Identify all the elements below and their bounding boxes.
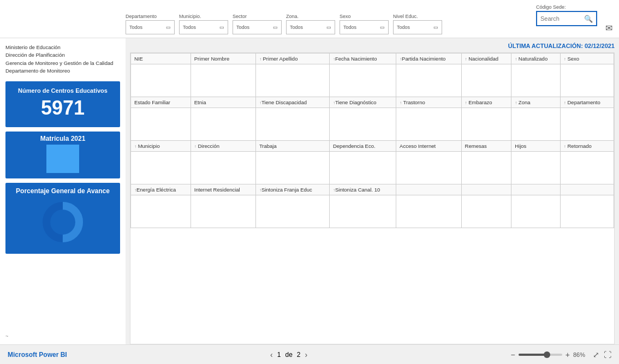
zoom-slider-track[interactable] (519, 354, 562, 356)
next-page-button[interactable]: › (305, 350, 308, 359)
col-retornado[interactable]: ↑ Retornado (560, 141, 614, 152)
sector-select[interactable]: Todos ▭ (233, 20, 282, 34)
col-trastorno[interactable]: ↑ Trastorno (396, 97, 462, 108)
sidebar: Ministerio de Educación Dirección de Pla… (0, 38, 126, 344)
cell-municipio (131, 152, 191, 184)
page-current: 1 (277, 351, 281, 359)
matricula-bar (46, 145, 79, 173)
col-naturalizado[interactable]: ↑ Naturalizado (511, 53, 561, 64)
search-icon[interactable]: 🔍 (584, 15, 593, 23)
col-empty-4 (560, 184, 614, 195)
nivel-educ-label: Nivel Educ. (393, 14, 442, 19)
matricula-chart (9, 142, 117, 175)
col-acceso-internet[interactable]: Acceso Internet (396, 141, 462, 152)
filter-sector: Sector Todos ▭ (233, 14, 282, 34)
col-sexo[interactable]: ↑ Sexo (560, 53, 614, 64)
table-container[interactable]: NIE Primer Nombre ↑ Primer Apellido ↑Fec… (130, 52, 615, 344)
cell-primer-nombre (191, 64, 255, 97)
col-nacionalidad[interactable]: ↑ Nacionalidad (461, 53, 511, 64)
zoom-slider-thumb[interactable] (544, 351, 550, 358)
zoom-slider-fill (519, 354, 547, 356)
svg-point-1 (46, 206, 79, 238)
page-total: 2 (297, 351, 301, 359)
col-energia-electrica[interactable]: ↑Energía Eléctrica (131, 184, 191, 195)
cell-zona (511, 108, 561, 141)
fullscreen-icon[interactable]: ⛶ (604, 350, 611, 359)
centros-value: 5971 (9, 97, 117, 120)
cell-empty-4 (560, 195, 614, 228)
col-nie[interactable]: NIE (131, 53, 191, 64)
sexo-label: Sexo (340, 14, 389, 19)
col-tiene-diagnostico[interactable]: ↑Tiene Diagnóstico (329, 97, 396, 108)
cell-hijos (511, 152, 561, 184)
table-body-3 (131, 152, 614, 184)
search-input[interactable] (540, 15, 584, 22)
cell-trabaja (255, 152, 329, 184)
nivel-educ-select[interactable]: Todos ▭ (393, 20, 442, 34)
col-remesas[interactable]: Remesas (461, 141, 511, 152)
filter-departamento: Departamento Todos ▭ (126, 14, 175, 34)
col-hijos[interactable]: Hijos (511, 141, 561, 152)
pagination: ‹ 1 de 2 › (270, 350, 307, 359)
prev-page-button[interactable]: ‹ (270, 350, 273, 359)
cell-estado-familiar (131, 108, 191, 141)
zoom-plus-button[interactable]: + (566, 350, 570, 359)
table-head-4: ↑Energía Eléctrica Internet Residencial … (131, 184, 614, 195)
cell-naturalizado (511, 64, 561, 97)
search-box: 🔍 (536, 11, 597, 26)
sexo-select[interactable]: Todos ▭ (340, 20, 389, 34)
centros-card: Número de Centros Educativos 5971 (5, 81, 120, 127)
col-direccion[interactable]: ↑ Dirección (191, 141, 255, 152)
municipio-label: Municipio. (179, 14, 228, 19)
col-estado-familiar[interactable]: Estado Familiar (131, 97, 191, 108)
cell-embarazo (461, 108, 511, 141)
cell-etnia (191, 108, 255, 141)
zoom-minus-button[interactable]: − (511, 350, 515, 359)
table-row-header-2: Estado Familiar Etnia ↑Tiene Discapacida… (131, 97, 614, 108)
bottom-bar: Microsoft Power BI ‹ 1 de 2 › − + 86% ⤢ … (0, 344, 619, 364)
cell-trastorno (396, 108, 462, 141)
col-municipio[interactable]: ↑ Municipio (131, 141, 191, 152)
cell-energia (131, 195, 191, 228)
col-sintoniza-franja[interactable]: ↑Sintoniza Franja Educ (255, 184, 329, 195)
matricula-title: Matrícula 2021 (9, 135, 117, 142)
table-row-data-4 (131, 195, 614, 228)
cell-partida-nac (396, 64, 462, 97)
search-group: Código Sede: 🔍 (536, 4, 597, 26)
powerbi-link[interactable]: Microsoft Power BI (8, 351, 67, 359)
cell-empty-3 (511, 195, 561, 228)
col-sintoniza-canal[interactable]: ↑Sintoniza Canal. 10 (329, 184, 396, 195)
filter-municipio: Municipio. Todos ▭ (179, 14, 228, 34)
porcentaje-donut-svg (41, 200, 85, 244)
org-line2: Dirección de Planificación (5, 51, 120, 59)
col-partida-nac[interactable]: ↑Partida Nacimiento (396, 53, 462, 64)
expand-icon[interactable]: ⤢ (593, 350, 599, 359)
porcentaje-card: Porcentaje General de Avance (5, 183, 120, 254)
col-internet-residencial[interactable]: Internet Residencial (191, 184, 255, 195)
departamento-select[interactable]: Todos ▭ (126, 20, 175, 34)
zona-select[interactable]: Todos ▭ (286, 20, 335, 34)
table-row-header-1: NIE Primer Nombre ↑ Primer Apellido ↑Fec… (131, 53, 614, 64)
send-icon[interactable]: ✉ (605, 23, 612, 33)
col-primer-apellido[interactable]: ↑ Primer Apellido (255, 53, 329, 64)
col-etnia[interactable]: Etnia (191, 97, 255, 108)
table-head: NIE Primer Nombre ↑ Primer Apellido ↑Fec… (131, 53, 614, 64)
col-embarazo[interactable]: ↑ Embarazo (461, 97, 511, 108)
cell-nie (131, 64, 191, 97)
cell-empty-1 (396, 195, 462, 228)
porcentaje-chart (10, 195, 116, 249)
col-zona[interactable]: ↑ Zona (511, 97, 561, 108)
col-primer-nombre[interactable]: Primer Nombre (191, 53, 255, 64)
col-fecha-nac[interactable]: ↑Fecha Nacimiento (329, 53, 396, 64)
col-departamento[interactable]: ↑ Departamento (560, 97, 614, 108)
col-trabaja[interactable]: Trabaja (255, 141, 329, 152)
col-tiene-discapacidad[interactable]: ↑Tiene Discapacidad (255, 97, 329, 108)
sector-label: Sector (233, 14, 282, 19)
table-body-2 (131, 108, 614, 141)
col-dependencia-eco[interactable]: Dependencia Eco. (329, 141, 396, 152)
cell-primer-apellido (255, 64, 329, 97)
municipio-select[interactable]: Todos ▭ (179, 20, 228, 34)
main-content: Ministerio de Educación Dirección de Pla… (0, 38, 619, 344)
cell-internet-res (191, 195, 255, 228)
filter-zona: Zona. Todos ▭ (286, 14, 335, 34)
